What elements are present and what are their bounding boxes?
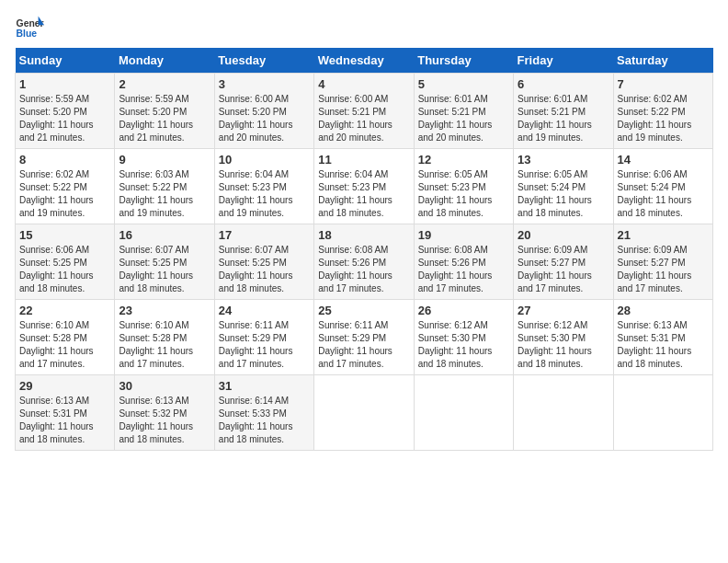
calendar-cell: 19 Sunrise: 6:08 AM Sunset: 5:26 PM Dayl… (414, 224, 513, 300)
day-number: 11 (318, 153, 409, 167)
calendar-cell: 8 Sunrise: 6:02 AM Sunset: 5:22 PM Dayli… (16, 149, 115, 224)
calendar-cell: 25 Sunrise: 6:11 AM Sunset: 5:29 PM Dayl… (314, 300, 414, 375)
day-info: Sunrise: 6:04 AM Sunset: 5:23 PM Dayligh… (318, 169, 392, 218)
day-number: 20 (518, 228, 609, 242)
day-info: Sunrise: 6:11 AM Sunset: 5:29 PM Dayligh… (219, 320, 293, 369)
weekday-header-saturday: Saturday (613, 48, 712, 74)
day-info: Sunrise: 5:59 AM Sunset: 5:20 PM Dayligh… (19, 94, 94, 143)
calendar-cell: 4 Sunrise: 6:00 AM Sunset: 5:21 PM Dayli… (314, 74, 414, 149)
calendar-cell: 17 Sunrise: 6:07 AM Sunset: 5:25 PM Dayl… (214, 224, 313, 300)
calendar-cell: 23 Sunrise: 6:10 AM Sunset: 5:28 PM Dayl… (115, 300, 214, 375)
calendar-header: SundayMondayTuesdayWednesdayThursdayFrid… (16, 48, 713, 74)
day-info: Sunrise: 6:14 AM Sunset: 5:33 PM Dayligh… (219, 396, 293, 444)
calendar-cell: 6 Sunrise: 6:01 AM Sunset: 5:21 PM Dayli… (514, 74, 613, 149)
calendar-cell: 22 Sunrise: 6:10 AM Sunset: 5:28 PM Dayl… (16, 300, 115, 375)
week-row-3: 15 Sunrise: 6:06 AM Sunset: 5:25 PM Dayl… (16, 224, 713, 300)
day-number: 5 (418, 77, 509, 91)
svg-text:Blue: Blue (17, 29, 38, 39)
day-number: 16 (119, 228, 210, 242)
day-number: 25 (318, 304, 409, 317)
calendar-cell: 10 Sunrise: 6:04 AM Sunset: 5:23 PM Dayl… (214, 149, 313, 224)
calendar-cell: 12 Sunrise: 6:05 AM Sunset: 5:23 PM Dayl… (414, 149, 513, 224)
calendar-cell (414, 375, 513, 451)
weekday-header-sunday: Sunday (16, 48, 115, 74)
week-row-4: 22 Sunrise: 6:10 AM Sunset: 5:28 PM Dayl… (16, 300, 713, 375)
header: General Blue (15, 15, 713, 40)
day-info: Sunrise: 6:02 AM Sunset: 5:22 PM Dayligh… (19, 169, 94, 218)
day-number: 31 (219, 379, 310, 393)
weekday-header-row: SundayMondayTuesdayWednesdayThursdayFrid… (16, 48, 713, 74)
calendar-cell: 16 Sunrise: 6:07 AM Sunset: 5:25 PM Dayl… (115, 224, 214, 300)
calendar-cell (514, 375, 613, 451)
day-info: Sunrise: 6:01 AM Sunset: 5:21 PM Dayligh… (418, 94, 493, 143)
calendar-cell: 18 Sunrise: 6:08 AM Sunset: 5:26 PM Dayl… (314, 224, 414, 300)
day-number: 22 (19, 304, 110, 317)
day-number: 28 (618, 304, 709, 317)
day-info: Sunrise: 6:13 AM Sunset: 5:31 PM Dayligh… (618, 320, 692, 369)
calendar-cell: 13 Sunrise: 6:05 AM Sunset: 5:24 PM Dayl… (514, 149, 613, 224)
calendar-cell: 11 Sunrise: 6:04 AM Sunset: 5:23 PM Dayl… (314, 149, 414, 224)
calendar-cell: 29 Sunrise: 6:13 AM Sunset: 5:31 PM Dayl… (16, 375, 115, 451)
day-number: 26 (418, 304, 509, 317)
weekday-header-monday: Monday (115, 48, 214, 74)
day-info: Sunrise: 6:13 AM Sunset: 5:32 PM Dayligh… (119, 396, 193, 444)
calendar-cell: 20 Sunrise: 6:09 AM Sunset: 5:27 PM Dayl… (514, 224, 613, 300)
day-info: Sunrise: 6:08 AM Sunset: 5:26 PM Dayligh… (418, 245, 493, 293)
calendar-cell: 3 Sunrise: 6:00 AM Sunset: 5:20 PM Dayli… (214, 74, 313, 149)
day-number: 18 (318, 228, 409, 242)
day-info: Sunrise: 5:59 AM Sunset: 5:20 PM Dayligh… (119, 94, 193, 143)
logo-icon: General Blue (15, 15, 44, 40)
day-info: Sunrise: 6:09 AM Sunset: 5:27 PM Dayligh… (618, 245, 692, 293)
day-number: 1 (19, 77, 110, 91)
day-info: Sunrise: 6:05 AM Sunset: 5:24 PM Dayligh… (518, 169, 592, 218)
day-number: 8 (19, 153, 110, 167)
day-number: 19 (418, 228, 509, 242)
day-number: 6 (518, 77, 609, 91)
day-number: 24 (219, 304, 310, 317)
day-info: Sunrise: 6:05 AM Sunset: 5:23 PM Dayligh… (418, 169, 493, 218)
day-number: 12 (418, 153, 509, 167)
weekday-header-tuesday: Tuesday (214, 48, 313, 74)
week-row-1: 1 Sunrise: 5:59 AM Sunset: 5:20 PM Dayli… (16, 74, 713, 149)
calendar-cell: 24 Sunrise: 6:11 AM Sunset: 5:29 PM Dayl… (214, 300, 313, 375)
day-info: Sunrise: 6:07 AM Sunset: 5:25 PM Dayligh… (219, 245, 293, 293)
day-info: Sunrise: 6:11 AM Sunset: 5:29 PM Dayligh… (318, 320, 392, 369)
weekday-header-thursday: Thursday (414, 48, 513, 74)
day-number: 27 (518, 304, 609, 317)
calendar-cell (613, 375, 712, 451)
calendar-cell: 28 Sunrise: 6:13 AM Sunset: 5:31 PM Dayl… (613, 300, 712, 375)
day-info: Sunrise: 6:03 AM Sunset: 5:22 PM Dayligh… (119, 169, 193, 218)
day-number: 7 (618, 77, 709, 91)
calendar-cell: 27 Sunrise: 6:12 AM Sunset: 5:30 PM Dayl… (514, 300, 613, 375)
day-number: 21 (618, 228, 709, 242)
day-number: 29 (19, 379, 110, 393)
day-number: 23 (119, 304, 210, 317)
calendar-body: 1 Sunrise: 5:59 AM Sunset: 5:20 PM Dayli… (16, 74, 713, 451)
calendar-cell: 31 Sunrise: 6:14 AM Sunset: 5:33 PM Dayl… (214, 375, 313, 451)
calendar-cell: 7 Sunrise: 6:02 AM Sunset: 5:22 PM Dayli… (613, 74, 712, 149)
day-number: 30 (119, 379, 210, 393)
day-info: Sunrise: 6:08 AM Sunset: 5:26 PM Dayligh… (318, 245, 392, 293)
day-info: Sunrise: 6:01 AM Sunset: 5:21 PM Dayligh… (518, 94, 592, 143)
day-info: Sunrise: 6:12 AM Sunset: 5:30 PM Dayligh… (418, 320, 493, 369)
day-info: Sunrise: 6:09 AM Sunset: 5:27 PM Dayligh… (518, 245, 592, 293)
day-number: 9 (119, 153, 210, 167)
day-number: 14 (618, 153, 709, 167)
week-row-5: 29 Sunrise: 6:13 AM Sunset: 5:31 PM Dayl… (16, 375, 713, 451)
day-number: 4 (318, 77, 409, 91)
day-info: Sunrise: 6:12 AM Sunset: 5:30 PM Dayligh… (518, 320, 592, 369)
day-info: Sunrise: 6:13 AM Sunset: 5:31 PM Dayligh… (19, 396, 94, 444)
calendar-cell: 15 Sunrise: 6:06 AM Sunset: 5:25 PM Dayl… (16, 224, 115, 300)
day-info: Sunrise: 6:10 AM Sunset: 5:28 PM Dayligh… (19, 320, 94, 369)
logo: General Blue (15, 15, 44, 40)
day-number: 13 (518, 153, 609, 167)
day-number: 15 (19, 228, 110, 242)
day-info: Sunrise: 6:10 AM Sunset: 5:28 PM Dayligh… (119, 320, 193, 369)
day-info: Sunrise: 6:02 AM Sunset: 5:22 PM Dayligh… (618, 94, 692, 143)
calendar-cell: 21 Sunrise: 6:09 AM Sunset: 5:27 PM Dayl… (613, 224, 712, 300)
day-number: 3 (219, 77, 310, 91)
weekday-header-friday: Friday (514, 48, 613, 74)
day-number: 10 (219, 153, 310, 167)
weekday-header-wednesday: Wednesday (314, 48, 414, 74)
day-info: Sunrise: 6:07 AM Sunset: 5:25 PM Dayligh… (119, 245, 193, 293)
